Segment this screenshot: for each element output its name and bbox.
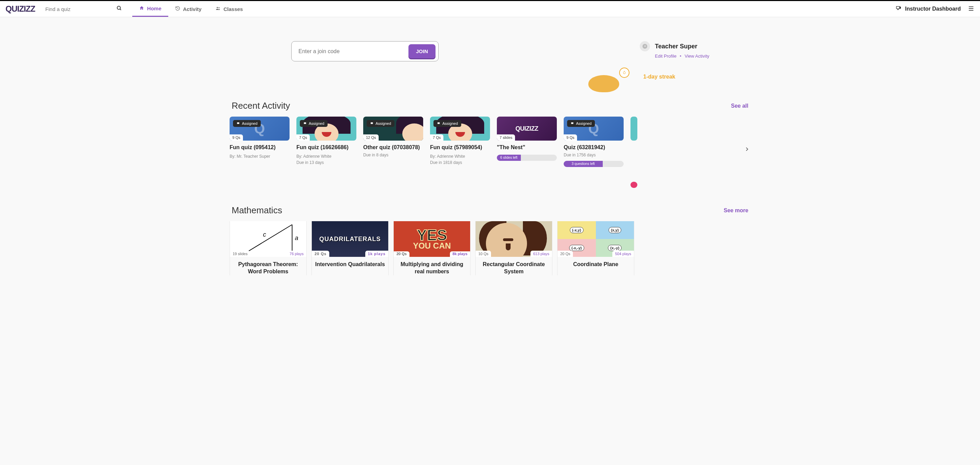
join-code-input[interactable] (299, 48, 409, 54)
users-icon (215, 6, 221, 12)
qs-badge: 12 Qs (363, 134, 379, 141)
math-card-title: Pythagorean Theorem: Word Problems (230, 261, 306, 275)
svg-text:a: a (295, 235, 299, 241)
assigned-badge: Assigned (367, 120, 395, 127)
scroll-right-icon[interactable] (742, 144, 751, 154)
card-author: By: Adrienne White (296, 154, 356, 159)
plays-badge: 8k plays (450, 251, 470, 257)
search-wrap (45, 5, 122, 12)
card-author: By: Mr. Teacher Super (229, 154, 290, 159)
svg-rect-15 (571, 122, 573, 124)
progress-bar: 3 questions left (564, 161, 624, 167)
math-card-title: Rectangular Coordinate System (476, 261, 552, 275)
progress-text: 3 questions left (564, 161, 603, 167)
qs-badge: 20 Qs (394, 251, 409, 257)
svg-line-1 (120, 9, 121, 10)
nav-home-label: Home (147, 5, 161, 11)
instructor-dashboard-button[interactable]: Instructor Dashboard (896, 5, 961, 12)
join-code-box: JOIN (291, 41, 439, 61)
recent-card[interactable]: Q Assigned 9 Qs Fun quiz (095412) By: Mr… (229, 117, 290, 188)
qs-badge: 7 slides (497, 134, 515, 141)
plays-badge: 504 plays (612, 251, 634, 257)
svg-point-7 (900, 7, 901, 8)
svg-rect-12 (304, 122, 306, 124)
recent-card[interactable]: Assigned 7 Qs Fun quiz (16626686) By: Ad… (296, 117, 356, 188)
plays-badge: 613 plays (530, 251, 552, 257)
join-button[interactable]: JOIN (409, 44, 436, 58)
streak: 1-day streak (619, 66, 709, 80)
nav-classes[interactable]: Classes (208, 1, 250, 17)
nav-activity[interactable]: Activity (168, 1, 208, 17)
qs-badge: 7 Qs (430, 134, 444, 141)
search-icon[interactable] (116, 5, 122, 12)
card-title: Fun quiz (095412) (229, 144, 290, 151)
history-icon (175, 6, 180, 12)
qs-badge: 20 Qs (557, 251, 573, 257)
menu-icon[interactable] (968, 5, 975, 13)
qs-badge: 10 Qs (476, 251, 491, 257)
svg-point-0 (117, 6, 120, 9)
flame-icon (619, 67, 630, 78)
card-due: Due in 1818 days (430, 160, 490, 165)
nav: Home Activity Classes (132, 1, 250, 17)
math-card-title: Coordinate Plane (557, 261, 634, 268)
math-card[interactable]: (-x,y) (x,y) (-x,-y) (x,-y) 20 Qs504 pla… (557, 221, 634, 275)
card-due: Due in 8 days (363, 153, 423, 157)
assigned-badge: Assigned (567, 120, 595, 127)
slides-badge: 19 slides (230, 251, 250, 257)
blob-decoration (589, 75, 619, 92)
math-cards-row: ca 19 slides76 plays Pythagorean Theorem… (229, 221, 751, 275)
recent-card[interactable]: Assigned 12 Qs Other quiz (07038078) Due… (363, 117, 423, 188)
recent-header: Recent Activity See all (229, 101, 751, 111)
svg-point-2 (216, 7, 218, 8)
plays-badge: 76 plays (287, 251, 306, 257)
math-card[interactable]: 10 Qs613 plays Rectangular Coordinate Sy… (475, 221, 552, 275)
card-author: By: Adrienne White (430, 154, 490, 159)
avatar[interactable]: + (640, 41, 650, 51)
presentation-icon (896, 5, 902, 12)
assigned-badge: Assigned (300, 120, 328, 127)
recent-card[interactable]: QUIZIZZ 7 slides "The Nest" 6 slides lef… (497, 117, 557, 188)
instructor-label: Instructor Dashboard (905, 6, 961, 12)
svg-point-3 (219, 7, 220, 8)
math-title: Mathematics (232, 205, 282, 216)
logo[interactable]: QUIZIZZ (5, 4, 35, 14)
edit-profile-link[interactable]: Edit Profile (655, 53, 676, 59)
header-right: Instructor Dashboard (896, 5, 975, 13)
svg-text:c: c (263, 231, 266, 238)
nav-activity-label: Activity (183, 6, 202, 12)
math-card[interactable]: ca 19 slides76 plays Pythagorean Theorem… (229, 221, 307, 275)
qs-badge: 7 Qs (296, 134, 310, 141)
assigned-badge: Assigned (233, 120, 261, 127)
app-header: QUIZIZZ Home Activity Classes (0, 0, 980, 17)
profile-name: Teacher Super (655, 43, 697, 50)
see-more-link[interactable]: See more (724, 208, 748, 214)
search-input[interactable] (45, 6, 114, 12)
plays-badge: 1k plays (365, 251, 388, 257)
qs-badge: 9 Qs (564, 134, 577, 141)
qs-badge: 9 Qs (229, 134, 243, 141)
streak-text: 1-day streak (643, 74, 675, 80)
see-all-link[interactable]: See all (731, 103, 748, 109)
card-title: Fun quiz (16626686) (296, 144, 356, 151)
recent-card[interactable] (630, 117, 637, 188)
view-activity-link[interactable]: View Activity (685, 53, 709, 59)
svg-rect-13 (371, 122, 373, 124)
card-title: Other quiz (07038078) (363, 144, 423, 151)
math-card-title: Intervention Quadrilaterals (312, 261, 388, 268)
card-due: Due in 1756 days (564, 153, 624, 157)
card-title: Quiz (63281942) (564, 144, 624, 151)
profile-links: Edit Profile • View Activity (655, 53, 709, 59)
recent-title: Recent Activity (232, 101, 290, 111)
svg-rect-11 (237, 122, 239, 124)
progress-bar: 6 slides left (497, 155, 557, 161)
card-title: Fun quiz (57989054) (430, 144, 490, 151)
math-card[interactable]: YES YOU CAN 20 Qs8k plays Multiplying an… (393, 221, 471, 275)
math-card[interactable]: QUADRILATERALS 20 Qs1k plays Interventio… (312, 221, 388, 275)
card-title: "The Nest" (497, 144, 557, 151)
nav-home[interactable]: Home (132, 1, 168, 17)
recent-cards-row: Q Assigned 9 Qs Fun quiz (095412) By: Mr… (229, 117, 751, 188)
nav-classes-label: Classes (223, 6, 243, 12)
recent-card[interactable]: Q Assigned 9 Qs Quiz (63281942) Due in 1… (564, 117, 624, 188)
recent-card[interactable]: Assigned 7 Qs Fun quiz (57989054) By: Ad… (430, 117, 490, 188)
